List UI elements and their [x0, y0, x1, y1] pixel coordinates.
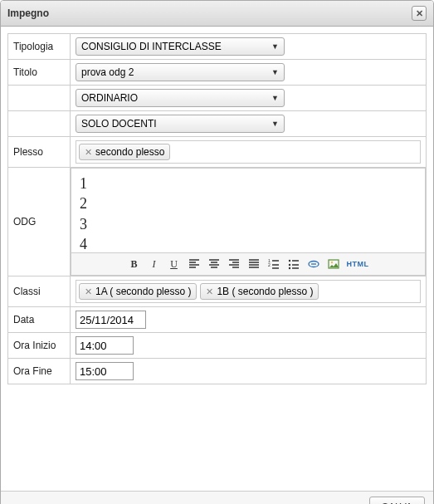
classi-tag: ✕1A ( secondo plesso )	[79, 283, 197, 300]
dialog-content: Tipologia CONSIGLIO DI INTERCLASSE Titol…	[1, 27, 433, 391]
odg-editor-toolbar: B I U 12 HTML	[71, 252, 425, 275]
html-source-button[interactable]: HTML	[345, 256, 371, 272]
svg-point-7	[330, 262, 332, 263]
dialog-footer: SALVA	[1, 491, 433, 504]
svg-point-4	[288, 267, 290, 269]
data-input[interactable]	[76, 311, 146, 329]
ora-fine-input[interactable]	[76, 362, 134, 380]
classi-tag-label: 1B ( secondo plesso )	[217, 286, 313, 297]
odg-editor-body[interactable]: 1234	[71, 169, 425, 252]
label-odg: ODG	[8, 168, 71, 276]
tag-remove-icon[interactable]: ✕	[206, 286, 213, 297]
align-center-icon	[208, 258, 220, 270]
odg-editor: 1234 B I U 12	[71, 168, 426, 276]
tag-remove-icon[interactable]: ✕	[85, 286, 92, 297]
align-right-icon	[228, 258, 240, 270]
plesso-tag-container[interactable]: ✕secondo plesso	[76, 140, 421, 164]
align-right-button[interactable]	[226, 256, 242, 272]
unordered-list-button[interactable]	[285, 256, 302, 272]
close-icon: ✕	[416, 8, 423, 19]
tag-remove-icon[interactable]: ✕	[85, 147, 92, 158]
align-justify-icon	[248, 258, 260, 270]
classi-tag-label: 1A ( secondo plesso )	[95, 286, 191, 297]
ora-inizio-input[interactable]	[76, 336, 134, 355]
partecipanti-select[interactable]: SOLO DOCENTI	[76, 115, 285, 133]
link-button[interactable]	[305, 256, 322, 272]
align-center-button[interactable]	[206, 256, 222, 272]
dialog-title: Impegno	[7, 7, 49, 19]
bold-button[interactable]: B	[126, 256, 143, 272]
salva-button[interactable]: SALVA	[369, 497, 425, 504]
svg-text:2: 2	[268, 262, 271, 267]
form-table: Tipologia CONSIGLIO DI INTERCLASSE Titol…	[7, 33, 427, 384]
close-button[interactable]: ✕	[412, 6, 427, 21]
label-titolo: Titolo	[8, 60, 71, 86]
align-justify-button[interactable]	[246, 256, 262, 272]
label-ora-fine: Ora Fine	[8, 359, 71, 384]
classi-tag-container[interactable]: ✕1A ( secondo plesso )✕1B ( secondo ples…	[76, 280, 421, 303]
odg-line: 3	[80, 214, 417, 234]
label-classi: Classi	[8, 276, 71, 307]
dialog-titlebar: Impegno ✕	[1, 1, 433, 27]
classi-tag: ✕1B ( secondo plesso )	[200, 283, 319, 300]
link-icon	[308, 258, 319, 270]
unordered-list-icon	[288, 258, 300, 270]
odg-line: 1	[80, 174, 417, 193]
image-icon	[328, 258, 339, 270]
odg-line: 2	[80, 193, 417, 213]
modo-select[interactable]: ORDINARIO	[76, 89, 285, 107]
odg-line: 4	[80, 234, 417, 252]
label-empty-1	[8, 86, 71, 111]
label-data: Data	[8, 307, 71, 333]
label-tipologia: Tipologia	[8, 34, 71, 60]
titolo-select[interactable]: prova odg 2	[76, 63, 285, 81]
align-left-icon	[188, 258, 200, 270]
tipologia-select[interactable]: CONSIGLIO DI INTERCLASSE	[76, 37, 285, 56]
svg-point-3	[288, 264, 290, 266]
italic-button[interactable]: I	[146, 256, 163, 272]
plesso-tag: ✕secondo plesso	[79, 144, 170, 160]
underline-button[interactable]: U	[166, 256, 183, 272]
image-button[interactable]	[325, 256, 342, 272]
label-plesso: Plesso	[8, 137, 71, 168]
plesso-tag-label: secondo plesso	[95, 146, 164, 158]
label-empty-2	[8, 111, 71, 137]
align-left-button[interactable]	[186, 256, 202, 272]
label-ora-inizio: Ora Inizio	[8, 333, 71, 359]
ordered-list-button[interactable]: 12	[266, 256, 282, 272]
impegno-dialog: Impegno ✕ Tipologia CONSIGLIO DI INTERCL…	[0, 0, 434, 504]
ordered-list-icon: 12	[268, 258, 280, 270]
svg-point-2	[288, 260, 290, 262]
